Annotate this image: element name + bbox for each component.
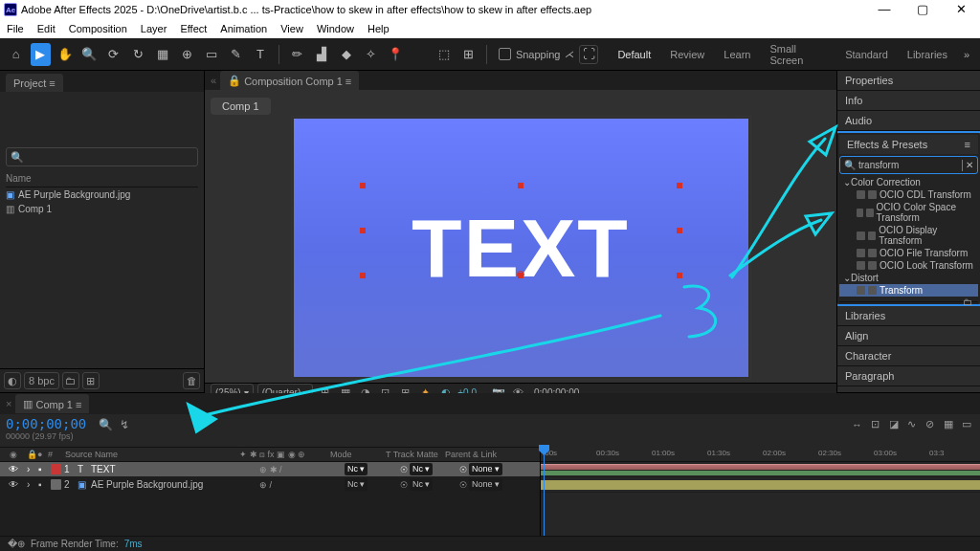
menu-layer[interactable]: Layer: [134, 23, 174, 34]
blend-mode-dropdown[interactable]: Nc▾: [345, 478, 368, 491]
selection-tool[interactable]: ▶: [31, 43, 52, 66]
new-comp-icon[interactable]: ⊞: [82, 372, 100, 389]
composition-canvas[interactable]: TEXT: [294, 119, 748, 377]
snapping-checkbox[interactable]: [499, 48, 511, 60]
layer-bar[interactable]: [541, 464, 980, 470]
current-time-indicator[interactable]: [544, 447, 545, 536]
eraser-tool[interactable]: ◆: [336, 43, 357, 66]
col-mode[interactable]: Mode: [330, 450, 386, 459]
audio-panel[interactable]: Audio: [837, 111, 980, 131]
anchor-point-icon[interactable]: [517, 271, 524, 278]
panel-menu-icon[interactable]: ≡: [965, 139, 970, 150]
menu-help[interactable]: Help: [361, 23, 396, 34]
effects-search[interactable]: 🔍 transform ✕: [839, 156, 978, 174]
timeline-tracks[interactable]: :00s 00:30s 01:00s 01:30s 02:00s 02:30s …: [541, 447, 980, 536]
info-panel[interactable]: Info: [837, 91, 980, 111]
clear-search-icon[interactable]: ✕: [966, 160, 973, 170]
layer-row[interactable]: 👁 › ▪ 1 T TEXT ⊕ ✱ / Nc▾ ☉ Nc▾ ☉ None ▾: [0, 462, 540, 477]
type-tool[interactable]: T: [250, 43, 271, 66]
time-ruler[interactable]: :00s 00:30s 01:00s 01:30s 02:00s 02:30s …: [541, 447, 980, 462]
menu-animation[interactable]: Animation: [213, 23, 274, 34]
menu-bar[interactable]: File Edit Composition Layer Effect Anima…: [0, 19, 980, 38]
brush-tool[interactable]: ✏: [287, 43, 308, 66]
new-folder-icon[interactable]: 🗀: [62, 372, 79, 389]
prev-comp-icon[interactable]: «: [211, 75, 216, 86]
effect-item-transform[interactable]: Transform: [839, 284, 978, 297]
category-color-correction[interactable]: ⌄Color Correction: [839, 176, 978, 188]
hand-tool[interactable]: ✋: [55, 43, 76, 66]
project-search[interactable]: 🔍: [6, 147, 198, 166]
clone-tool[interactable]: ▟: [311, 43, 332, 66]
menu-effect[interactable]: Effect: [173, 23, 213, 34]
tl-misc2-icon[interactable]: ▦: [940, 416, 956, 432]
effect-item[interactable]: OCIO File Transform: [839, 247, 978, 259]
track-matte-dropdown[interactable]: Nc▾: [410, 463, 433, 475]
workspace-small[interactable]: Small Screen: [762, 40, 834, 69]
visibility-toggle[interactable]: 👁: [0, 479, 27, 490]
layer-color-swatch[interactable]: [51, 464, 61, 474]
snap-expand-icon[interactable]: ⛶: [579, 45, 598, 64]
effect-item[interactable]: OCIO CDL Transform: [839, 188, 978, 201]
align-panel[interactable]: Align: [837, 326, 980, 346]
properties-panel[interactable]: Properties: [837, 71, 980, 91]
timeline-tab[interactable]: ▥ Comp 1 ≡: [15, 394, 89, 413]
rect-tool[interactable]: ▭: [201, 43, 222, 66]
effect-item[interactable]: OCIO Look Transform: [839, 259, 978, 272]
composition-viewer[interactable]: TEXT: [211, 119, 831, 377]
menu-file[interactable]: File: [0, 23, 31, 34]
maximize-button[interactable]: ▢: [903, 0, 942, 19]
blend-mode-dropdown[interactable]: Nc▾: [345, 463, 368, 475]
tl-fx-icon[interactable]: ◪: [885, 416, 902, 432]
col-track-matte[interactable]: T Track Matte: [386, 450, 445, 459]
workspace-review[interactable]: Review: [662, 46, 712, 63]
menu-composition[interactable]: Composition: [62, 23, 134, 34]
col-parent[interactable]: Parent & Link: [445, 450, 512, 459]
parent-dropdown[interactable]: None ▾: [469, 478, 502, 491]
workspace-more-icon[interactable]: »: [959, 46, 974, 63]
home-button[interactable]: ⌂: [6, 43, 27, 66]
pen-tool[interactable]: ✎: [226, 43, 247, 66]
tl-mb-icon[interactable]: ⊘: [922, 416, 938, 432]
close-button[interactable]: ✕: [942, 0, 980, 19]
orbit-tool[interactable]: ⟳: [103, 43, 124, 66]
timeline-timecode[interactable]: 0;00;00;00: [6, 416, 86, 431]
panel-menu-icon[interactable]: ≡: [345, 76, 351, 87]
effect-item[interactable]: OCIO Color Space Transform: [839, 201, 978, 224]
delete-icon[interactable]: 🗑: [183, 372, 200, 389]
tracker-panel[interactable]: Tracker: [837, 386, 980, 392]
layer-bar[interactable]: [541, 480, 980, 490]
tl-graph-icon[interactable]: ∿: [903, 416, 920, 432]
pan-behind-tool[interactable]: ⊕: [177, 43, 198, 66]
project-item[interactable]: ▥Comp 1: [6, 202, 198, 216]
minimize-button[interactable]: —: [865, 0, 903, 19]
zoom-tool[interactable]: 🔍: [79, 43, 100, 66]
roto-tool[interactable]: ✧: [360, 43, 381, 66]
tl-draft3d-icon[interactable]: ↔: [849, 416, 865, 432]
lock-icon[interactable]: 🔒: [228, 75, 241, 87]
menu-view[interactable]: View: [274, 23, 310, 34]
puppet-tool[interactable]: 📍: [385, 43, 406, 66]
rotate-tool[interactable]: ↻: [128, 43, 149, 66]
category-distort[interactable]: ⌄Distort: [839, 272, 978, 284]
comp-breadcrumb[interactable]: Comp 1: [211, 98, 271, 115]
layer-color-swatch[interactable]: [51, 479, 61, 490]
workspace-standard[interactable]: Standard: [837, 46, 896, 63]
menu-window[interactable]: Window: [310, 23, 361, 34]
toggle-switches-icon[interactable]: �⁠⊕: [8, 539, 25, 549]
project-item[interactable]: ▣AE Purple Background.jpg: [6, 187, 198, 202]
effect-item[interactable]: OCIO Display Transform: [839, 224, 978, 247]
project-name-header[interactable]: Name: [6, 170, 198, 187]
workspace-default[interactable]: Default: [610, 46, 658, 63]
composition-tab[interactable]: 🔒 Composition Comp 1 ≡: [220, 71, 359, 90]
paragraph-panel[interactable]: Paragraph: [837, 366, 980, 386]
menu-edit[interactable]: Edit: [31, 23, 62, 34]
align-tool-2[interactable]: ⊞: [457, 43, 479, 66]
panel-menu-icon[interactable]: ≡: [49, 77, 55, 89]
col-source-name[interactable]: Source Name: [61, 450, 239, 459]
visibility-toggle[interactable]: 👁: [0, 464, 27, 474]
character-panel[interactable]: Character: [837, 346, 980, 366]
tl-misc3-icon[interactable]: ▭: [958, 416, 974, 432]
panel-menu-icon[interactable]: ≡: [76, 399, 81, 410]
camera-tool[interactable]: ▦: [152, 43, 173, 66]
layer-row[interactable]: 👁 › ▪ 2 ▣ AE Purple Background.jpg ⊕ / N…: [0, 477, 540, 493]
